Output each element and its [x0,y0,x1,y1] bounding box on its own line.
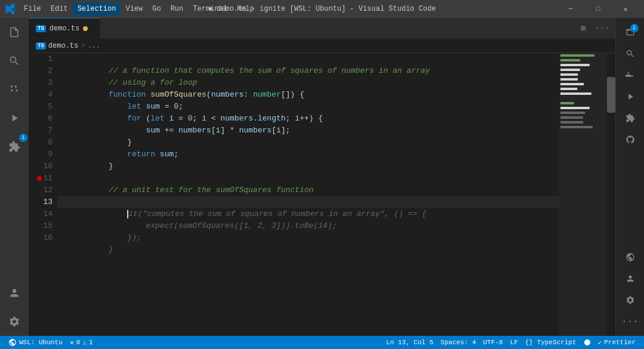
code-line-3: function sumOfSquares(numbers: number[])… [57,77,559,89]
activity-files[interactable] [0,18,29,47]
status-prettier-label: Prettier [604,339,636,346]
tab-modified-dot [83,26,88,31]
more-right-icon[interactable]: ··· [621,312,640,331]
source-control-right-icon[interactable] [621,66,640,85]
scrollbar[interactable] [607,53,615,336]
code-line-12: describe("sumOfSquares", () => { [57,184,559,196]
code-line-15: }); [57,220,559,232]
breadcrumb-more[interactable]: ... [87,42,100,50]
search-right-icon[interactable] [621,44,640,63]
titlebar-title: ● demo.ts - ignite [WSL: Ubuntu] - Visua… [208,5,436,13]
ln-12: 12 [36,184,53,196]
extensions-right-icon[interactable] [621,109,640,128]
activity-search[interactable] [0,47,29,75]
status-encoding-label: UTF-8 [483,339,503,346]
ln-11: 11 [36,172,53,184]
status-prettier[interactable]: ✓ Prettier [594,336,639,349]
menu-go[interactable]: Go [147,2,165,16]
github-right-icon[interactable] [621,130,640,149]
activity-accounts[interactable] [0,279,29,307]
status-remote[interactable]: WSL: Ubuntu [5,336,66,349]
tab-filename: demo.ts [50,24,79,33]
menu-edit[interactable]: Edit [46,2,73,16]
remote-right-icon[interactable] [621,248,640,267]
ln-14: 14 [36,208,53,220]
code-line-8: return sum; [57,137,559,149]
open-editors-icon[interactable]: 1 [621,23,640,42]
account-right-icon[interactable] [621,269,640,288]
status-spaces[interactable]: Spaces: 4 [437,336,479,349]
tab-demo-ts[interactable]: TS demo.ts [29,18,100,38]
code-line-13: it("computes the sum of squares of numbe… [57,196,559,208]
status-line-ending[interactable]: LF [507,336,522,349]
status-spaces-label: Spaces: 4 [440,339,476,346]
code-content[interactable]: // a function that computes the sum of s… [57,53,559,336]
ln-4: 4 [36,89,53,101]
status-error-count: 0 [76,339,81,346]
tab-ts-badge: TS [36,25,46,32]
activity-source-control[interactable] [0,75,29,104]
minimap [559,53,607,336]
ln-6: 6 [36,113,53,125]
status-wsl-label: WSL: Ubuntu [19,339,63,346]
code-line-16: } [57,232,559,244]
tab-actions: ⊞ ··· [570,18,615,38]
ln-8: 8 [36,137,53,149]
code-line-9: } [57,149,559,160]
close-button[interactable]: ✕ [612,0,639,18]
maximize-button[interactable]: □ [584,0,612,18]
minimize-button[interactable]: ─ [557,0,584,18]
menu-selection[interactable]: Selection [73,2,121,16]
ln-10: 10 [36,160,53,172]
code-line-5: for (let i = 0; i < numbers.length; i++)… [57,101,559,113]
status-brackets-label: {} TypeScript [525,339,577,346]
ln-3: 3 [36,77,53,89]
code-line-2: // using a for loop [57,65,559,77]
settings-right-icon[interactable] [621,291,640,310]
menu-file[interactable]: File [19,2,46,16]
status-right: Ln 13, Col 5 Spaces: 4 UTF-8 LF {} TypeS… [383,336,639,349]
more-actions-button[interactable]: ··· [594,21,611,35]
tabs-bar: TS demo.ts ⊞ ··· [29,18,615,39]
menu-run[interactable]: Run [166,2,189,16]
ln-1: 1 [36,53,53,65]
status-brackets[interactable]: {} TypeScript [522,336,580,349]
titlebar-controls: ─ □ ✕ [557,0,639,18]
activity-run[interactable] [0,104,29,132]
line-numbers: 1 2 3 4 5 6 7 8 9 10 11 12 13 14 15 16 [29,53,57,336]
activity-settings[interactable] [0,307,29,336]
status-error-icon: ✕ [70,338,74,347]
ln-7: 7 [36,125,53,137]
run-right-icon[interactable] [621,87,640,106]
extensions-badge: 1 [19,134,27,142]
split-editor-button[interactable]: ⊞ [575,21,591,35]
status-cursor[interactable]: Ln 13, Col 5 [383,336,437,349]
status-encoding[interactable]: UTF-8 [480,336,507,349]
status-cursor-label: Ln 13, Col 5 [386,339,433,346]
code-editor[interactable]: 1 2 3 4 5 6 7 8 9 10 11 12 13 14 15 16 [29,53,615,336]
code-line-1: // a function that computes the sum of s… [57,53,559,65]
status-format[interactable] [580,336,594,349]
status-checkmark: ✓ [598,339,602,347]
activity-extensions[interactable]: 1 [0,132,29,161]
ln-15: 15 [36,220,53,232]
status-warning-count: 1 [89,339,93,346]
main-layout: 1 TS demo.ts ⊞ ··· TS [0,18,644,336]
breadcrumb-filename[interactable]: demo.ts [48,42,78,50]
ln-16: 16 [36,232,53,244]
code-line-6: sum += numbers[i] * numbers[i]; [57,113,559,125]
titlebar: File Edit Selection View Go Run Terminal… [0,0,644,18]
breadcrumb: TS demo.ts > ... [29,39,615,53]
ln-2: 2 [36,65,53,77]
status-le-label: LF [510,339,518,346]
vscode-icon [5,4,16,14]
status-errors[interactable]: ✕ 0 ⚠ 1 [66,336,97,349]
breadcrumb-ts: TS [36,42,46,50]
status-warning-icon: ⚠ [82,339,87,347]
menu-view[interactable]: View [121,2,147,16]
ln-9: 9 [36,149,53,160]
editor-area: TS demo.ts ⊞ ··· TS demo.ts > ... 1 2 3 … [29,18,615,336]
code-line-7: } [57,125,559,137]
activitybar: 1 [0,18,29,336]
code-line-10 [57,160,559,172]
